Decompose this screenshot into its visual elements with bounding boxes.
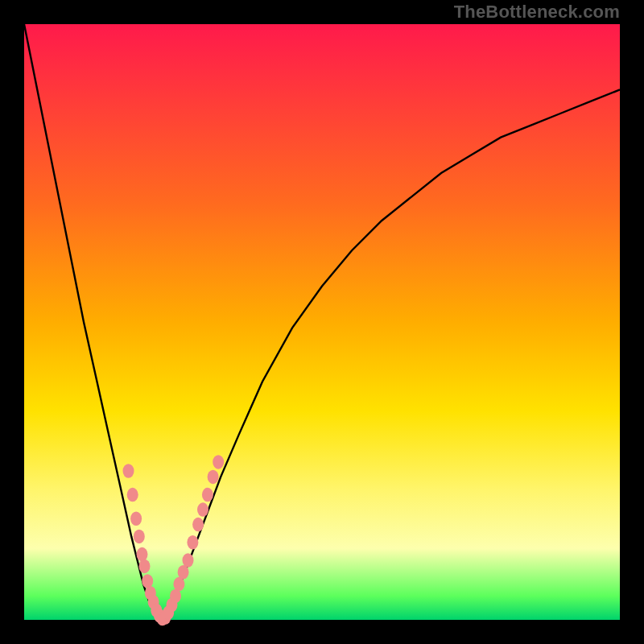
data-marker bbox=[183, 553, 194, 568]
data-marker bbox=[123, 464, 134, 478]
data-marker bbox=[178, 565, 189, 580]
data-marker bbox=[213, 455, 224, 469]
data-marker bbox=[192, 518, 204, 532]
data-marker bbox=[134, 530, 145, 544]
chart-svg bbox=[0, 0, 644, 644]
chart-stage: TheBottleneck.com bbox=[0, 0, 644, 644]
watermark-text: TheBottleneck.com bbox=[454, 2, 620, 23]
data-marker bbox=[139, 559, 151, 574]
marker-layer bbox=[123, 455, 225, 625]
bottleneck-curve bbox=[24, 24, 620, 620]
data-marker bbox=[137, 547, 148, 562]
data-marker bbox=[127, 488, 138, 502]
data-marker bbox=[202, 488, 213, 502]
data-marker bbox=[142, 574, 153, 588]
data-marker bbox=[130, 511, 142, 526]
data-marker bbox=[187, 535, 198, 550]
data-marker bbox=[197, 502, 208, 517]
data-marker bbox=[208, 470, 219, 485]
